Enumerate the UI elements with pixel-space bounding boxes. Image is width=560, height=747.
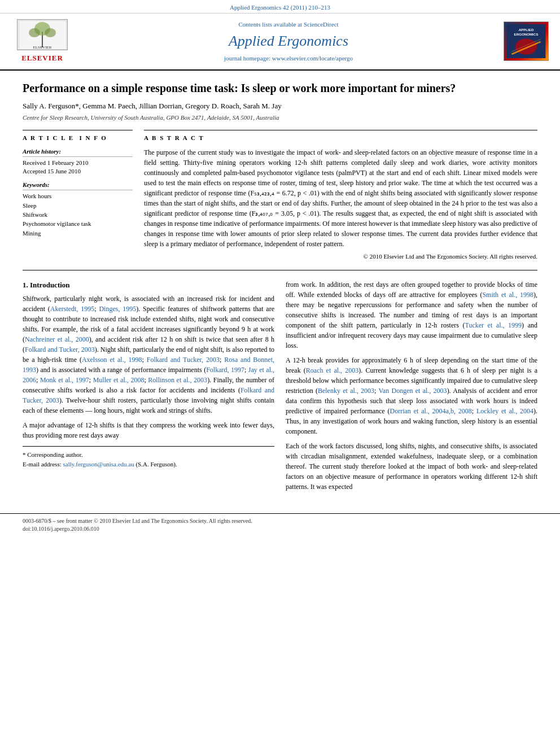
- ref-monk[interactable]: Monk et al., 1997: [40, 376, 89, 384]
- elsevier-tree-svg: ELSEVIER: [19, 20, 67, 50]
- ref-roach[interactable]: Roach et al., 2003: [306, 366, 358, 374]
- body-para-3: from work. In addition, the rest days ar…: [286, 279, 537, 351]
- ref-folkard-tucker-2003a[interactable]: Folkard and Tucker, 2003: [25, 346, 95, 353]
- email-link[interactable]: sally.ferguson@unisa.edu.au: [63, 461, 134, 468]
- body-para-4: A 12-h break provides for approximately …: [286, 355, 537, 436]
- corresponding-note: * Corresponding author.: [23, 450, 274, 460]
- abstract-text: The purpose of the current study was to …: [144, 147, 537, 249]
- ref-folkard-1997[interactable]: Folkard, 1997: [206, 366, 244, 374]
- journal-header: ELSEVIER ELSEVIER Contents lists availab…: [0, 14, 560, 70]
- body-content: 1. Introduction Shiftwork, particularly …: [23, 279, 537, 496]
- journal-title: Applied Ergonomics: [73, 31, 504, 51]
- received-date: Received 1 February 2010: [23, 159, 133, 167]
- journal-homepage: journal homepage: www.elsevier.com/locat…: [73, 54, 504, 63]
- article-info-column: A R T I C L E I N F O Article history: R…: [23, 130, 133, 261]
- keywords-group: Keywords: Work hours Sleep Shiftwork Psy…: [23, 181, 133, 238]
- ref-smith[interactable]: Smith et al., 1998: [482, 291, 533, 299]
- journal-citation: Applied Ergonomics 42 (2011) 210–213: [230, 4, 330, 11]
- journal-center-info: Contents lists available at ScienceDirec…: [73, 20, 504, 63]
- ref-tucker[interactable]: Tucker et al., 1999: [465, 321, 522, 329]
- section-title: Introduction: [30, 281, 70, 289]
- keyword-5: Mining: [23, 229, 133, 238]
- email-suffix: (S.A. Ferguson).: [135, 461, 177, 468]
- keywords-label: Keywords:: [23, 181, 133, 190]
- ref-van-dongen[interactable]: Van Dongen et al., 2003: [379, 387, 447, 395]
- ref-folkard-tucker-2003b[interactable]: Folkard and Tucker, 2003: [147, 356, 220, 364]
- svg-point-9: [515, 39, 537, 55]
- abstract-label: A B S T R A C T: [144, 134, 537, 142]
- svg-point-3: [29, 28, 40, 37]
- body-para-5: Each of the work factors discussed, long…: [286, 441, 537, 492]
- article-info-label: A R T I C L E I N F O: [23, 134, 133, 142]
- svg-text:ELSEVIER: ELSEVIER: [33, 45, 51, 50]
- ref-belenky[interactable]: Belenky et al., 2003: [318, 387, 374, 395]
- elsevier-logo: ELSEVIER ELSEVIER: [11, 19, 73, 63]
- section1-heading: 1. Introduction: [23, 279, 274, 291]
- svg-text:APPLIED: APPLIED: [519, 28, 534, 32]
- article-info-abstract-row: A R T I C L E I N F O Article history: R…: [23, 130, 537, 261]
- keyword-3: Shiftwork: [23, 211, 133, 219]
- sciencedirect-link: Contents lists available at ScienceDirec…: [73, 20, 504, 29]
- ref-rollinson[interactable]: Rollinson et al., 2003: [148, 376, 207, 384]
- elsevier-wordmark: ELSEVIER: [21, 53, 63, 63]
- article-title: Performance on a simple response time ta…: [23, 81, 537, 95]
- ref-folkard-tucker-2003c[interactable]: Folkard and Tucker, 2003: [23, 386, 274, 404]
- email-label: E-mail address:: [23, 461, 62, 468]
- journal-citation-bar: Applied Ergonomics 42 (2011) 210–213: [0, 0, 560, 14]
- email-note: E-mail address: sally.ferguson@unisa.edu…: [23, 460, 274, 469]
- ref-dinges[interactable]: Dinges, 1995: [99, 305, 136, 313]
- history-label: Article history:: [23, 147, 133, 157]
- svg-point-4: [45, 28, 56, 37]
- accepted-date: Accepted 15 June 2010: [23, 167, 133, 176]
- ref-akerstedt[interactable]: Akerstedt, 1995: [50, 305, 94, 313]
- footer-bar: 0003-6870/$ – see front matter © 2010 El…: [0, 513, 560, 536]
- body-left-column: 1. Introduction Shiftwork, particularly …: [23, 279, 274, 496]
- footer-doi: doi:10.1016/j.apergo.2010.06.010: [23, 525, 537, 533]
- body-para-2: A major advantage of 12-h shifts is that…: [23, 420, 274, 440]
- main-content: Performance on a simple response time ta…: [0, 71, 560, 508]
- section-number: 1.: [23, 281, 28, 289]
- homepage-url[interactable]: www.elsevier.com/locate/apergo: [272, 55, 353, 62]
- section-divider: [23, 270, 537, 270]
- journal-cover-image: APPLIED ERGONOMICS: [504, 21, 549, 61]
- body-right-column: from work. In addition, the rest days ar…: [286, 279, 537, 496]
- article-history-group: Article history: Received 1 February 201…: [23, 147, 133, 176]
- body-para-1: Shiftwork, particularly night work, is a…: [23, 294, 274, 416]
- affiliation: Centre for Sleep Research, University of…: [23, 113, 537, 122]
- keyword-4: Psychomotor vigilance task: [23, 220, 133, 228]
- footer-issn: 0003-6870/$ – see front matter © 2010 El…: [23, 517, 537, 525]
- svg-text:ERGONOMICS: ERGONOMICS: [514, 33, 539, 37]
- cover-svg: APPLIED ERGONOMICS: [504, 24, 548, 58]
- keyword-1: Work hours: [23, 192, 133, 200]
- elsevier-logo-image: ELSEVIER: [17, 19, 68, 50]
- keywords-list: Work hours Sleep Shiftwork Psychomotor v…: [23, 192, 133, 238]
- ref-axelsson[interactable]: Axelsson et al., 1998: [82, 356, 142, 364]
- ref-dorrian[interactable]: Dorrian et al., 2004a,b, 2008: [390, 407, 472, 415]
- abstract-paragraph: The purpose of the current study was to …: [144, 147, 537, 249]
- authors: Sally A. Ferguson*, Gemma M. Paech, Jill…: [23, 101, 537, 111]
- ref-muller[interactable]: Muller et al., 2008: [93, 376, 145, 384]
- sciencedirect-anchor[interactable]: ScienceDirect: [304, 21, 339, 28]
- ref-nachreiner[interactable]: Nachreiner et al., 2000: [25, 335, 89, 343]
- keyword-2: Sleep: [23, 202, 133, 210]
- ref-lockley[interactable]: Lockley et al., 2004: [476, 407, 533, 415]
- copyright: © 2010 Elsevier Ltd and The Ergonomics S…: [144, 252, 537, 261]
- abstract-column: A B S T R A C T The purpose of the curre…: [144, 130, 537, 261]
- footnote-area: * Corresponding author. E-mail address: …: [23, 446, 274, 469]
